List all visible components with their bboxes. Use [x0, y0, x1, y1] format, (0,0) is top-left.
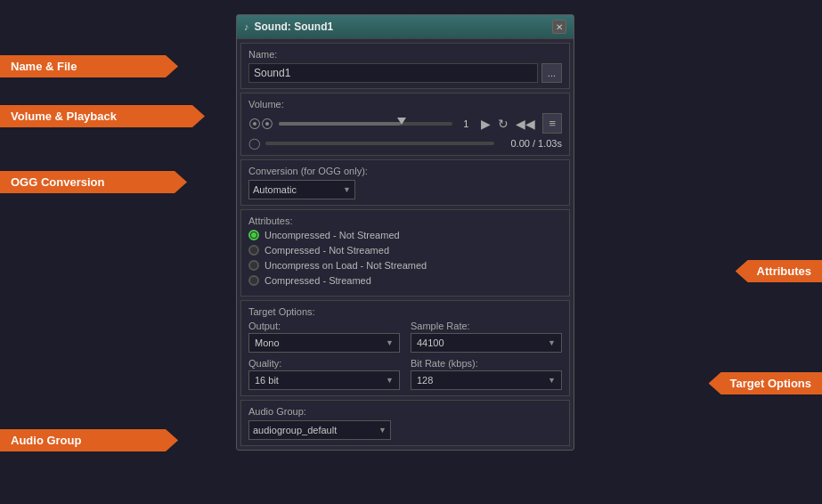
- attributes-label-text: Attributes:: [248, 215, 562, 226]
- audio-group-dropdown[interactable]: audiogroup_default ▼: [248, 420, 391, 440]
- volume-value: 1: [458, 118, 474, 129]
- target-options-section: Target Options: Output: Mono ▼ Sample Ra…: [240, 300, 570, 396]
- audio-group-section: Audio Group: audiogroup_default ▼: [240, 400, 570, 446]
- radio-label-uncompressed: Uncompressed - Not Streamed: [265, 230, 400, 240]
- browse-button[interactable]: ...: [541, 63, 562, 83]
- sample-rate-value: 44100: [417, 337, 444, 348]
- output-value: Mono: [255, 337, 280, 348]
- radio-uncompress-on-load[interactable]: Uncompress on Load - Not Streamed: [248, 260, 562, 271]
- quality-value: 16 bit: [255, 375, 279, 386]
- volume-slider-fill: [279, 122, 401, 126]
- quality-field-group: Quality: 16 bit ▼: [248, 358, 400, 390]
- sound-dialog: ♪ Sound: Sound1 ✕ Name: ... Volume: ⦿⦿ 1…: [236, 14, 574, 451]
- sample-rate-label: Sample Rate:: [411, 321, 562, 331]
- radio-label-compressed-ns: Compressed - Not Streamed: [265, 245, 389, 256]
- output-field-group: Output: Mono ▼: [248, 321, 400, 353]
- ogg-conversion-label: OGG Conversion: [0, 171, 187, 193]
- conversion-dropdown[interactable]: Automatic ▼: [248, 180, 355, 199]
- target-options-label: Target Options: [709, 372, 822, 394]
- sound-icon: ♪: [244, 21, 249, 32]
- time-display: 0.00 / 1.03s: [500, 138, 562, 149]
- loop-button[interactable]: ↻: [496, 115, 510, 133]
- conversion-label: Conversion (for OGG only):: [248, 166, 562, 176]
- transport-controls: ▶ ↻ ◀◀: [479, 115, 537, 133]
- name-input-row: ...: [248, 63, 562, 83]
- conversion-value: Automatic: [253, 184, 297, 195]
- quality-arrow: ▼: [386, 376, 394, 385]
- rewind-button[interactable]: ◀◀: [514, 115, 537, 133]
- volume-label: Volume:: [248, 99, 562, 110]
- volume-section: Volume: ⦿⦿ 1 ▶ ↻ ◀◀ ≡ ◯ 0.00 / 1.03s: [240, 93, 570, 156]
- play-button[interactable]: ▶: [479, 115, 492, 133]
- audio-group-label: Audio Group: [0, 429, 178, 451]
- time-row: ◯ 0.00 / 1.03s: [248, 137, 562, 150]
- bit-rate-field-group: Bit Rate (kbps): 128 ▼: [411, 358, 562, 390]
- conversion-section: Conversion (for OGG only): Automatic ▼: [240, 159, 570, 206]
- volume-slider-thumb: [397, 118, 406, 125]
- conversion-dropdown-arrow: ▼: [343, 185, 351, 194]
- quality-dropdown[interactable]: 16 bit ▼: [248, 370, 400, 390]
- radio-label-uncompress-load: Uncompress on Load - Not Streamed: [265, 260, 427, 271]
- volume-icon: ⦿⦿: [248, 117, 273, 131]
- bit-rate-dropdown[interactable]: 128 ▼: [411, 370, 562, 390]
- sample-rate-arrow: ▼: [548, 338, 556, 347]
- conversion-select-row: Automatic ▼: [248, 180, 562, 199]
- time-slider[interactable]: [265, 142, 494, 145]
- output-dropdown[interactable]: Mono ▼: [248, 333, 400, 353]
- sample-rate-dropdown[interactable]: 44100 ▼: [411, 333, 562, 353]
- close-button[interactable]: ✕: [552, 20, 566, 34]
- name-section: Name: ...: [240, 43, 570, 89]
- bit-rate-arrow: ▼: [548, 376, 556, 385]
- attributes-label: Attributes: [736, 260, 822, 282]
- name-field[interactable]: [248, 63, 538, 83]
- audio-group-value: audiogroup_default: [253, 425, 337, 435]
- dialog-title: Sound: Sound1: [255, 20, 334, 33]
- radio-label-compressed-s: Compressed - Streamed: [265, 275, 371, 286]
- bit-rate-value: 128: [417, 375, 433, 386]
- output-arrow: ▼: [386, 338, 394, 347]
- sample-rate-field-group: Sample Rate: 44100 ▼: [411, 321, 562, 353]
- mixer-button[interactable]: ≡: [542, 113, 562, 134]
- clock-icon: ◯: [248, 137, 260, 150]
- radio-circle-uncompress-load: [248, 260, 259, 271]
- audio-group-arrow: ▼: [378, 426, 387, 435]
- volume-slider-track[interactable]: [279, 122, 452, 126]
- bit-rate-label: Bit Rate (kbps):: [411, 358, 562, 369]
- audio-group-section-label: Audio Group:: [248, 406, 562, 417]
- radio-compressed-not-streamed[interactable]: Compressed - Not Streamed: [248, 245, 562, 256]
- output-label: Output:: [248, 321, 400, 331]
- volume-playback-label: Volume & Playback: [0, 105, 205, 127]
- title-bar-left: ♪ Sound: Sound1: [244, 20, 333, 33]
- radio-circle-compressed-s: [248, 275, 259, 286]
- target-options-label-text: Target Options:: [248, 306, 562, 317]
- dialog-title-bar: ♪ Sound: Sound1 ✕: [237, 15, 574, 39]
- attributes-section: Attributes: Uncompressed - Not Streamed …: [240, 209, 570, 297]
- name-label: Name:: [248, 49, 562, 60]
- radio-circle-compressed-ns: [248, 245, 259, 256]
- name-file-label: Name & File: [0, 55, 178, 77]
- radio-uncompressed-not-streamed[interactable]: Uncompressed - Not Streamed: [248, 230, 562, 240]
- target-options-grid: Output: Mono ▼ Sample Rate: 44100 ▼ Qual…: [248, 321, 562, 390]
- quality-label: Quality:: [248, 358, 400, 369]
- radio-compressed-streamed[interactable]: Compressed - Streamed: [248, 275, 562, 286]
- volume-row: ⦿⦿ 1 ▶ ↻ ◀◀ ≡: [248, 113, 562, 134]
- radio-circle-uncompressed: [248, 230, 259, 240]
- audio-group-select-row: audiogroup_default ▼: [248, 420, 562, 440]
